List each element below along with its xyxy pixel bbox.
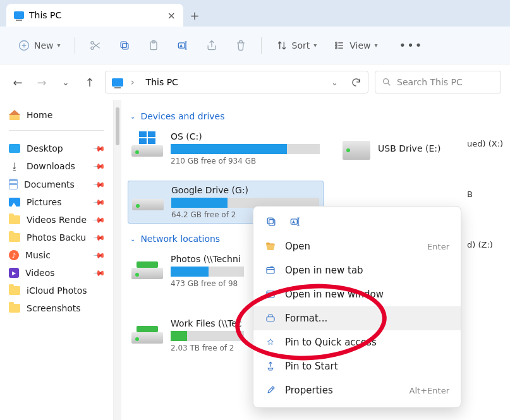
sidebar-item-photos-backup[interactable]: Photos Backu📌 xyxy=(4,229,109,246)
drive-os[interactable]: OS (C:) 210 GB free of 934 GB xyxy=(128,128,324,169)
sidebar-item-documents[interactable]: Documents📌 xyxy=(4,175,109,193)
svg-point-11 xyxy=(384,79,389,84)
recent-button[interactable]: ⌄ xyxy=(57,78,75,87)
divider xyxy=(9,130,104,131)
pin-icon: 📌 xyxy=(93,160,106,173)
drive-photos[interactable]: Photos (\\Techni 473 GB free of 98 xyxy=(128,250,248,292)
sidebar-home[interactable]: Home xyxy=(4,106,109,124)
forward-button[interactable]: → xyxy=(33,76,51,89)
breadcrumb[interactable]: This PC xyxy=(146,77,178,87)
drive-name: Photos (\\Techni xyxy=(171,254,244,264)
view-button[interactable]: View ▾ xyxy=(327,35,384,56)
pin-icon: 📌 xyxy=(93,267,106,280)
ctx-open-tab[interactable]: Open in new tab xyxy=(253,258,461,282)
copy-button[interactable] xyxy=(112,35,137,56)
sidebar-item-label: Downloads xyxy=(27,161,75,171)
pin-icon: 📌 xyxy=(93,231,106,244)
refresh-icon[interactable] xyxy=(351,77,361,88)
download-icon: ⭳ xyxy=(9,161,20,171)
svg-rect-3 xyxy=(122,43,128,49)
tab-this-pc[interactable]: This PC × xyxy=(6,4,183,27)
sort-button[interactable]: Sort ▾ xyxy=(269,35,324,56)
share-icon xyxy=(205,39,218,52)
drive-free: 210 GB free of 934 GB xyxy=(171,157,320,165)
right-partial-column: ued) (X:) B d) (Z:) xyxy=(466,130,510,282)
pin-icon: 📌 xyxy=(93,213,106,227)
ctx-pin-quickaccess[interactable]: Pin to Quick access xyxy=(253,330,461,354)
drive-stub[interactable]: d) (Z:) xyxy=(466,231,510,258)
format-icon xyxy=(265,313,276,324)
sidebar-item-videos[interactable]: ▶Videos📌 xyxy=(4,264,109,282)
cut-button[interactable] xyxy=(83,35,108,56)
pin-icon: 📌 xyxy=(93,177,106,191)
capacity-bar xyxy=(171,331,244,341)
sidebar-item-label: iCloud Photos xyxy=(27,285,87,296)
scrollbar-thumb[interactable] xyxy=(116,107,119,145)
rename-button[interactable] xyxy=(170,35,195,56)
sidebar-item-downloads[interactable]: ⭳Downloads📌 xyxy=(4,157,109,175)
ctx-open[interactable]: Open Enter xyxy=(253,234,461,258)
more-icon: ••• xyxy=(399,39,423,52)
chevron-down-icon[interactable]: ⌄ xyxy=(331,78,338,87)
clipboard-icon xyxy=(147,39,160,52)
ctx-label: Properties xyxy=(285,385,333,396)
folder-icon xyxy=(9,286,20,295)
drive-workfiles[interactable]: Work Files (\\Tec 2.03 TB free of 2 xyxy=(128,315,248,356)
drive-free: 2.03 TB free of 2 xyxy=(171,344,244,352)
picture-icon xyxy=(9,198,20,207)
sidebar-item-label: Music xyxy=(25,250,51,260)
share-button[interactable] xyxy=(199,35,224,56)
svg-point-8 xyxy=(336,42,337,44)
drive-stub[interactable]: ued) (X:) xyxy=(466,130,510,157)
ctx-format[interactable]: Format... xyxy=(253,306,461,330)
more-button[interactable]: ••• xyxy=(393,35,430,56)
ctx-pin-start[interactable]: Pin to Start xyxy=(253,354,461,378)
sidebar-item-label: Pictures xyxy=(27,197,61,207)
sidebar-item-icloud[interactable]: iCloud Photos xyxy=(4,282,109,299)
chevron-down-icon: ⌄ xyxy=(130,236,135,243)
back-button[interactable]: ← xyxy=(9,76,27,89)
sidebar-item-music[interactable]: ♪Music📌 xyxy=(4,246,109,264)
up-button[interactable]: ↑ xyxy=(81,76,99,89)
sidebar-scrollbar[interactable] xyxy=(114,100,121,420)
rename-icon[interactable] xyxy=(289,215,301,228)
svg-rect-12 xyxy=(269,220,275,225)
sidebar-item-label: Videos xyxy=(25,268,55,278)
drive-stub[interactable]: B xyxy=(466,181,510,207)
close-icon[interactable]: × xyxy=(167,9,176,21)
plus-circle-icon xyxy=(18,39,30,52)
trash-icon xyxy=(234,39,247,52)
ctx-open-window[interactable]: Open in new window xyxy=(253,282,461,306)
svg-rect-17 xyxy=(267,317,274,321)
chevron-down-icon: ▾ xyxy=(313,42,317,49)
pc-icon xyxy=(112,78,123,87)
nav-row: ← → ⌄ ↑ › This PC ⌄ Search This PC xyxy=(0,64,510,100)
folder-icon xyxy=(9,215,20,224)
sidebar-item-desktop[interactable]: Desktop📌 xyxy=(4,140,109,157)
sort-label: Sort xyxy=(292,40,310,51)
divider xyxy=(75,37,75,54)
sidebar-item-pictures[interactable]: Pictures📌 xyxy=(4,193,109,211)
paste-button[interactable] xyxy=(141,35,166,56)
section-devices[interactable]: ⌄Devices and drives xyxy=(130,111,504,121)
sidebar-item-videos-render[interactable]: Videos Rende📌 xyxy=(4,211,109,229)
copy-icon[interactable] xyxy=(265,215,277,228)
delete-button[interactable] xyxy=(228,35,253,56)
svg-point-10 xyxy=(336,47,337,49)
ctx-properties[interactable]: Properties Alt+Enter xyxy=(253,378,461,402)
search-icon xyxy=(382,77,392,87)
address-bar[interactable]: › This PC ⌄ xyxy=(105,71,368,93)
ctx-shortcut: Alt+Enter xyxy=(410,386,449,395)
search-input[interactable]: Search This PC xyxy=(375,71,501,93)
usb-icon xyxy=(343,141,370,160)
divider xyxy=(261,37,262,54)
open-tab-icon xyxy=(265,265,276,276)
sidebar-item-screenshots[interactable]: Screenshots xyxy=(4,299,109,317)
sidebar-item-label: Videos Rende xyxy=(27,215,87,225)
sidebar-item-label: Home xyxy=(27,110,52,120)
tab-title: This PC xyxy=(29,10,61,20)
ctx-label: Format... xyxy=(285,313,327,324)
new-tab-button[interactable]: + xyxy=(183,4,206,27)
new-button[interactable]: New ▾ xyxy=(11,35,67,56)
music-icon: ♪ xyxy=(9,250,19,260)
